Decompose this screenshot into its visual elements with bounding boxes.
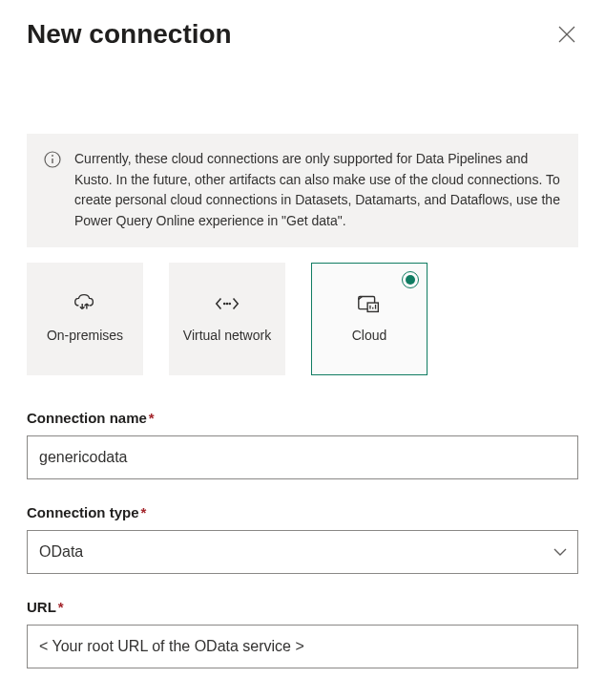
page-title: New connection [27,19,232,50]
connection-name-input[interactable] [27,435,578,479]
connection-name-label: Connection name* [27,410,578,426]
network-icon [214,292,240,315]
connection-type-value: OData [39,543,83,561]
selected-indicator-icon [402,271,419,288]
svg-point-3 [52,155,53,157]
svg-point-5 [223,303,226,306]
tile-on-premises[interactable]: On-premises [27,263,143,375]
cloud-sync-icon [72,292,98,315]
info-banner: Currently, these cloud connections are o… [27,134,578,247]
svg-point-7 [228,303,231,306]
tile-label: Cloud [352,327,387,345]
connection-type-select[interactable]: OData [27,530,578,574]
info-icon [44,151,61,168]
tile-label: Virtual network [183,327,271,345]
info-text: Currently, these cloud connections are o… [74,149,561,232]
url-input[interactable] [27,625,578,668]
cloud-storage-icon [356,292,383,315]
tile-virtual-network[interactable]: Virtual network [169,263,285,375]
svg-point-6 [226,303,229,306]
close-button[interactable] [555,23,578,46]
close-icon [558,26,575,43]
tile-cloud[interactable]: Cloud [311,263,428,375]
url-label: URL* [27,599,578,615]
connection-mode-tiles: On-premises Virtual network [27,263,578,375]
tile-label: On-premises [47,327,123,345]
connection-type-label: Connection type* [27,504,578,520]
